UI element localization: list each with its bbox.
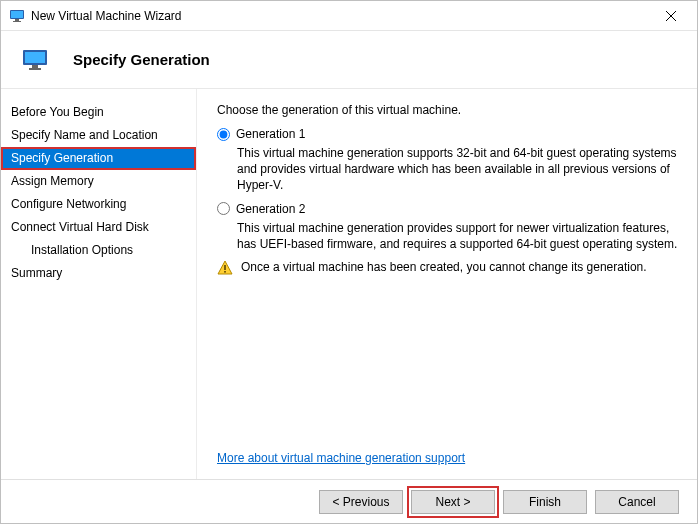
generation-option-description: This virtual machine generation supports… — [237, 145, 679, 194]
close-icon — [666, 11, 676, 21]
wizard-step[interactable]: Installation Options — [1, 239, 196, 262]
next-button[interactable]: Next > — [411, 490, 495, 514]
wizard-step[interactable]: Configure Networking — [1, 193, 196, 216]
svg-rect-3 — [13, 21, 21, 22]
wizard-header: Specify Generation — [1, 31, 697, 89]
wizard-icon — [23, 48, 47, 72]
generation-option-label: Generation 1 — [236, 127, 305, 141]
cancel-button[interactable]: Cancel — [595, 490, 679, 514]
intro-text: Choose the generation of this virtual ma… — [217, 103, 679, 117]
wizard-step[interactable]: Connect Virtual Hard Disk — [1, 216, 196, 239]
generation-option[interactable]: Generation 2 — [217, 202, 679, 216]
warning-text: Once a virtual machine has been created,… — [241, 260, 647, 274]
wizard-steps-sidebar: Before You BeginSpecify Name and Locatio… — [1, 89, 197, 479]
titlebar: New Virtual Machine Wizard — [1, 1, 697, 31]
generation-radio[interactable] — [217, 128, 230, 141]
wizard-footer: < Previous Next > Finish Cancel — [1, 479, 697, 523]
content-area: Choose the generation of this virtual ma… — [217, 103, 679, 451]
window-title: New Virtual Machine Wizard — [31, 9, 651, 23]
wizard-body: Before You BeginSpecify Name and Locatio… — [1, 89, 697, 479]
wizard-step[interactable]: Specify Generation — [1, 147, 196, 170]
finish-button[interactable]: Finish — [503, 490, 587, 514]
close-button[interactable] — [651, 1, 691, 31]
warning-icon — [217, 260, 233, 276]
help-link[interactable]: More about virtual machine generation su… — [217, 451, 465, 465]
svg-rect-7 — [25, 52, 45, 63]
warning-row: Once a virtual machine has been created,… — [217, 260, 679, 276]
app-icon — [9, 8, 25, 24]
svg-rect-9 — [29, 68, 41, 70]
wizard-step[interactable]: Assign Memory — [1, 170, 196, 193]
generation-option-label: Generation 2 — [236, 202, 305, 216]
generation-options: Generation 1This virtual machine generat… — [217, 127, 679, 252]
svg-rect-8 — [32, 65, 38, 68]
svg-rect-1 — [11, 11, 23, 18]
generation-option-description: This virtual machine generation provides… — [237, 220, 679, 252]
page-title: Specify Generation — [73, 51, 210, 68]
svg-rect-11 — [224, 265, 226, 270]
svg-rect-2 — [15, 19, 19, 21]
previous-button[interactable]: < Previous — [319, 490, 403, 514]
help-link-row: More about virtual machine generation su… — [217, 451, 679, 471]
svg-rect-12 — [224, 271, 226, 273]
wizard-step[interactable]: Specify Name and Location — [1, 124, 196, 147]
generation-radio[interactable] — [217, 202, 230, 215]
generation-option[interactable]: Generation 1 — [217, 127, 679, 141]
wizard-step[interactable]: Summary — [1, 262, 196, 285]
wizard-content: Choose the generation of this virtual ma… — [197, 89, 697, 479]
wizard-step[interactable]: Before You Begin — [1, 101, 196, 124]
